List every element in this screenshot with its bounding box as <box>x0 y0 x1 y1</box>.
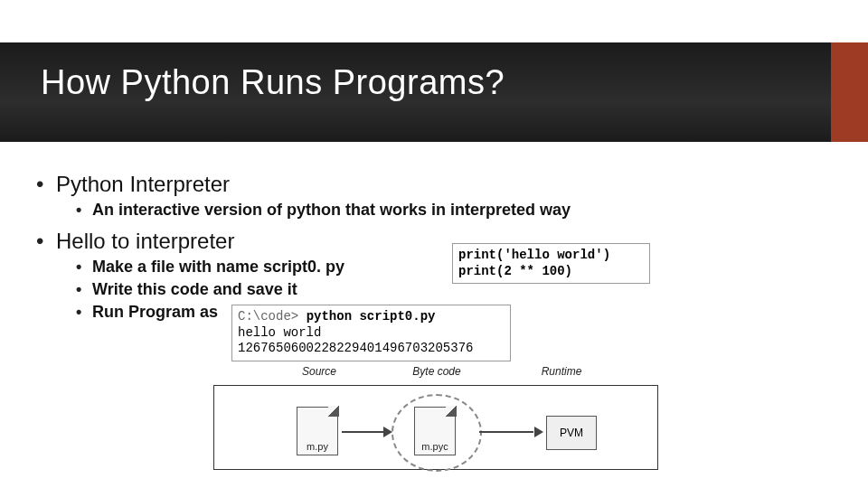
slide: How Python Runs Programs? Python Interpr… <box>0 0 868 488</box>
terminal-command: python script0.py <box>307 309 436 324</box>
diagram-label-runtime: Runtime <box>507 365 616 378</box>
bullet-interpreter-desc: An interactive version of python that wo… <box>76 201 814 220</box>
pvm-box: PVM <box>546 416 597 450</box>
execution-diagram: Source Byte code Runtime m.py m.pyc PVM <box>213 361 656 479</box>
slide-title: How Python Runs Programs? <box>41 63 505 102</box>
bullet-text: Hello to interpreter <box>56 229 234 253</box>
bullet-python-interpreter: Python Interpreter An interactive versio… <box>36 172 814 220</box>
diagram-label-bytecode: Byte code <box>382 365 491 378</box>
file-label: m.pyc <box>414 441 456 452</box>
content-area: Python Interpreter An interactive versio… <box>36 163 814 327</box>
code-line: print(2 ** 100) <box>458 264 572 278</box>
arrow-icon <box>479 427 542 437</box>
file-label: m.py <box>297 441 338 452</box>
diagram-label-source: Source <box>265 365 373 378</box>
file-icon-source: m.py <box>297 407 338 455</box>
code-line: print('hello world') <box>458 248 610 262</box>
accent-bar <box>831 42 868 142</box>
code-print-snippet: print('hello world') print(2 ** 100) <box>452 243 650 284</box>
terminal-line: hello world <box>238 325 321 340</box>
terminal-line: 1267650600228229401496703205376 <box>238 341 473 355</box>
bullet-make-file: Make a file with name script0. py <box>76 258 814 277</box>
bullet-write-code: Write this code and save it <box>76 280 814 299</box>
terminal-prompt: C:\code> <box>238 309 307 324</box>
terminal-output: C:\code> python script0.py hello world 1… <box>231 305 511 361</box>
bullet-text: Python Interpreter <box>56 172 230 196</box>
file-icon-bytecode: m.pyc <box>414 407 456 455</box>
arrow-icon <box>342 427 392 437</box>
